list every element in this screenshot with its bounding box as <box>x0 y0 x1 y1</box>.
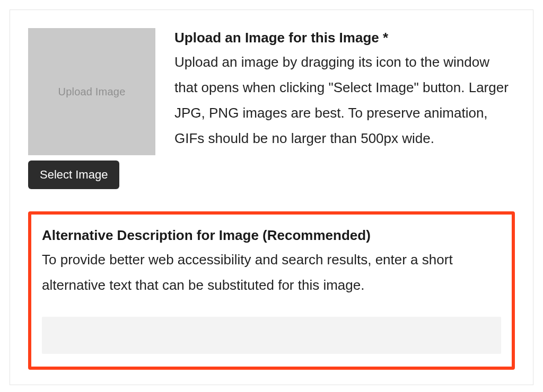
page-root: Upload Image Select Image Upload an Imag… <box>0 0 543 392</box>
upload-field-description: Upload an image by dragging its icon to … <box>174 49 515 151</box>
upload-right-column: Upload an Image for this Image * Upload … <box>174 28 515 151</box>
upload-field-label: Upload an Image for this Image * <box>174 29 515 47</box>
alt-text-label: Alternative Description for Image (Recom… <box>42 225 501 246</box>
select-image-button[interactable]: Select Image <box>28 161 119 189</box>
upload-image-dropzone[interactable]: Upload Image <box>28 28 155 155</box>
alt-text-section: Alternative Description for Image (Recom… <box>28 211 515 370</box>
upload-left-column: Upload Image Select Image <box>28 28 155 189</box>
alt-text-input[interactable] <box>42 317 501 354</box>
image-upload-panel: Upload Image Select Image Upload an Imag… <box>10 10 533 385</box>
upload-placeholder-text: Upload Image <box>58 86 126 98</box>
alt-text-description: To provide better web accessibility and … <box>42 247 501 298</box>
upload-row: Upload Image Select Image Upload an Imag… <box>28 28 515 189</box>
